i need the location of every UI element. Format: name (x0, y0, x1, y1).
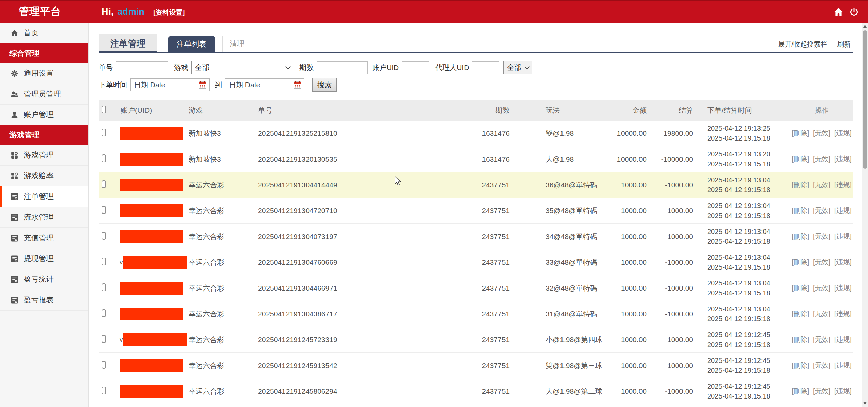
settle-cell: 19800.00 (648, 129, 694, 137)
row-checkbox[interactable] (102, 258, 106, 265)
violation-link[interactable]: [违规] (834, 284, 852, 292)
invalid-link[interactable]: [无效] (813, 310, 830, 317)
violation-link[interactable]: [违规] (834, 258, 852, 266)
sidebar-item-recharge-management[interactable]: 充值管理 (0, 228, 88, 248)
order-time: 2025-04-12 19:13:25 (707, 124, 790, 133)
sidebar: 首页 综合管理 通用设置 管理员管理 账户管理 游戏管理 游戏管理 游戏赔率 注… (0, 23, 89, 407)
scroll-up-arrow-icon[interactable] (863, 25, 867, 28)
search-button[interactable]: 搜索 (312, 78, 337, 92)
invalid-link[interactable]: [无效] (813, 387, 830, 395)
agent-uid-input[interactable] (472, 61, 499, 74)
sidebar-item-bet-order-management[interactable]: 注单管理 (0, 186, 88, 207)
delete-link[interactable]: [刪除] (792, 258, 809, 266)
violation-link[interactable]: [违规] (834, 129, 852, 137)
sidebar-item-profit-report[interactable]: 盈亏报表 (0, 290, 88, 311)
settle-cell: -1000.00 (648, 336, 694, 344)
delete-link[interactable]: [刪除] (792, 181, 809, 188)
sidebar-item-withdrawal-management[interactable]: 提现管理 (0, 248, 88, 269)
sidebar-section-game-management-group[interactable]: 游戏管理 (0, 125, 88, 145)
game-select[interactable]: 全部 (191, 61, 294, 74)
sidebar-item-admin-management[interactable]: 管理员管理 (0, 84, 88, 105)
tab-bet-order-list[interactable]: 注单列表 (168, 36, 215, 52)
account-cell: v (117, 333, 187, 346)
logout-power-icon[interactable] (849, 7, 859, 17)
select-all-checkbox[interactable] (102, 106, 106, 113)
calendar-icon[interactable] (293, 80, 302, 89)
violation-link[interactable]: [违规] (834, 310, 852, 317)
sidebar-item-account-management[interactable]: 账户管理 (0, 105, 88, 125)
violation-link[interactable]: [违规] (834, 155, 852, 163)
violation-link[interactable]: [违规] (834, 362, 852, 369)
invalid-link[interactable]: [无效] (813, 362, 830, 369)
delete-link[interactable]: [刪除] (792, 155, 809, 163)
amount-cell: 10000.00 (614, 155, 648, 163)
invalid-link[interactable]: [无效] (813, 181, 830, 188)
row-checkbox[interactable] (102, 335, 106, 343)
delete-link[interactable]: [刪除] (792, 362, 809, 369)
tab-bet-order-management[interactable]: 注单管理 (99, 34, 157, 53)
violation-link[interactable]: [违规] (834, 233, 852, 240)
sidebar-item-game-management[interactable]: 游戏管理 (0, 145, 88, 166)
row-checkbox[interactable] (102, 154, 106, 162)
account-cell (117, 282, 187, 295)
scrollbar-thumb[interactable] (863, 30, 867, 169)
row-checkbox[interactable] (102, 387, 106, 394)
row-checkbox[interactable] (102, 129, 106, 136)
time-cell: 2025-04-12 19:13:04 2025-04-12 19:15:18 (694, 304, 790, 324)
table-row: 幸运六合彩 20250412191245806294 2437751 大@1.9… (99, 378, 853, 404)
invalid-link[interactable]: [无效] (813, 336, 830, 343)
tab-cleanup[interactable]: 清理 (222, 36, 244, 52)
violation-link[interactable]: [违规] (834, 207, 852, 214)
table-row: 幸运六合彩 20250412191304386717 2437751 31@48… (99, 301, 853, 327)
time-cell: 2025-04-12 19:13:04 2025-04-12 19:15:18 (694, 253, 790, 272)
invalid-link[interactable]: [无效] (813, 258, 830, 266)
order-time: 2025-04-12 19:13:04 (707, 253, 790, 262)
delete-link[interactable]: [刪除] (792, 336, 809, 343)
delete-link[interactable]: [刪除] (792, 207, 809, 214)
doc-icon (10, 234, 19, 242)
calendar-icon[interactable] (198, 80, 207, 89)
invalid-link[interactable]: [无效] (813, 284, 830, 292)
account-cell (117, 359, 187, 372)
row-checkbox[interactable] (102, 283, 106, 291)
row-checkbox[interactable] (102, 180, 106, 188)
row-checkbox[interactable] (102, 361, 106, 369)
order-no-input[interactable] (116, 61, 168, 74)
home-icon[interactable] (833, 7, 844, 17)
col-header-settle: 结算 (648, 106, 694, 115)
date-from-input[interactable] (130, 78, 210, 91)
status-select[interactable]: 全部 (503, 61, 532, 74)
row-checkbox[interactable] (102, 232, 106, 240)
sidebar-item-turnover-management[interactable]: 流水管理 (0, 207, 88, 228)
delete-link[interactable]: [刪除] (792, 310, 809, 317)
sidebar-section-general-management[interactable]: 综合管理 (0, 43, 88, 63)
sidebar-item-home[interactable]: 首页 (0, 23, 88, 43)
scroll-down-arrow-icon[interactable] (863, 402, 867, 405)
row-checkbox[interactable] (102, 206, 106, 214)
account-uid-input[interactable] (402, 61, 429, 74)
delete-link[interactable]: [刪除] (792, 233, 809, 240)
delete-link[interactable]: [刪除] (792, 129, 809, 137)
sidebar-item-game-odds[interactable]: 游戏赔率 (0, 166, 88, 186)
delete-link[interactable]: [刪除] (792, 387, 809, 395)
settle-time: 2025-04-12 19:15:18 (707, 237, 790, 246)
refresh-link[interactable]: 刷新 (832, 40, 851, 48)
invalid-link[interactable]: [无效] (813, 155, 830, 163)
table-body: 新加坡快3 20250412191325215810 1631476 雙@1.9… (99, 121, 853, 404)
violation-link[interactable]: [违规] (834, 181, 852, 188)
sidebar-item-general-settings[interactable]: 通用设置 (0, 63, 88, 84)
violation-link[interactable]: [违规] (834, 336, 852, 343)
date-to-input[interactable] (225, 78, 304, 91)
profile-settings-link[interactable]: [资料设置] (153, 8, 185, 16)
period-input[interactable] (317, 61, 368, 74)
delete-link[interactable]: [刪除] (792, 284, 809, 292)
date-from-field (130, 78, 210, 91)
violation-link[interactable]: [违规] (834, 387, 852, 395)
invalid-link[interactable]: [无效] (813, 129, 830, 137)
row-checkbox[interactable] (102, 309, 106, 317)
invalid-link[interactable]: [无效] (813, 233, 830, 240)
invalid-link[interactable]: [无效] (813, 207, 830, 214)
toggle-search-bar-link[interactable]: 展开/收起搜索栏 (778, 40, 827, 48)
sidebar-item-profit-statistics[interactable]: 盈亏统计 (0, 269, 88, 290)
grid-icon (10, 172, 19, 180)
